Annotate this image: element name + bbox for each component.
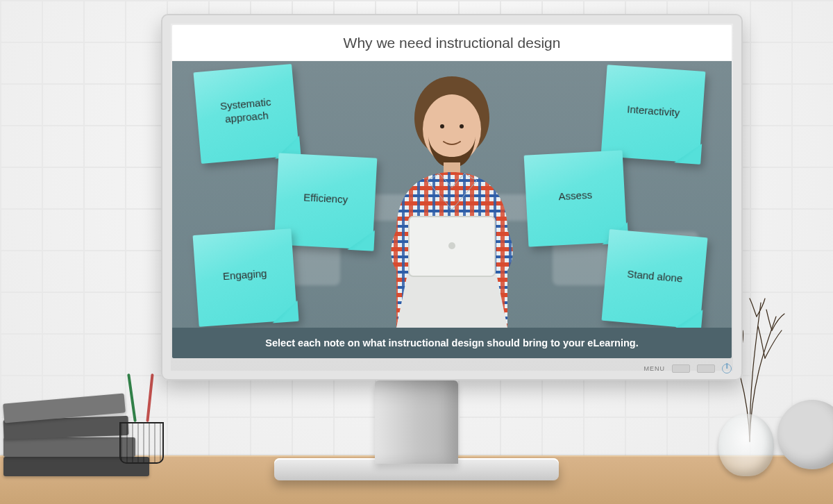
monitor-control-bar: MENU <box>172 362 732 375</box>
monitor-stand-neck <box>375 380 458 464</box>
slide-title: Why we need instructional design <box>172 25 732 61</box>
sticky-note-systematic-approach[interactable]: Systematic approach <box>194 64 300 164</box>
sticky-note-interactivity[interactable]: Interactivity <box>601 65 706 163</box>
svg-rect-3 <box>444 162 460 175</box>
monitor-button-2[interactable] <box>697 364 715 373</box>
svg-point-1 <box>440 124 444 128</box>
svg-rect-12 <box>409 217 495 276</box>
svg-point-10 <box>470 265 492 282</box>
monitor-button-1[interactable] <box>672 364 690 373</box>
monitor-menu-label: MENU <box>644 365 666 372</box>
slide-body: Systematic approach Efficiency Engaging … <box>172 61 732 328</box>
slide-instruction: Select each note on what instructional d… <box>172 328 732 358</box>
svg-point-0 <box>423 94 481 164</box>
sticky-note-engaging[interactable]: Engaging <box>193 228 298 327</box>
svg-point-9 <box>412 265 434 282</box>
svg-point-13 <box>448 242 455 249</box>
svg-point-2 <box>460 124 464 128</box>
sticky-note-stand-alone[interactable]: Stand alone <box>602 229 708 328</box>
svg-rect-11 <box>409 217 495 276</box>
sticky-note-label: Efficiency <box>303 191 348 206</box>
monitor: Why we need instructional design <box>161 14 743 380</box>
power-icon[interactable] <box>722 364 732 373</box>
monitor-bezel: Why we need instructional design <box>172 25 732 358</box>
sticky-note-label: Assess <box>558 188 592 203</box>
elearning-slide: Why we need instructional design <box>172 25 732 358</box>
